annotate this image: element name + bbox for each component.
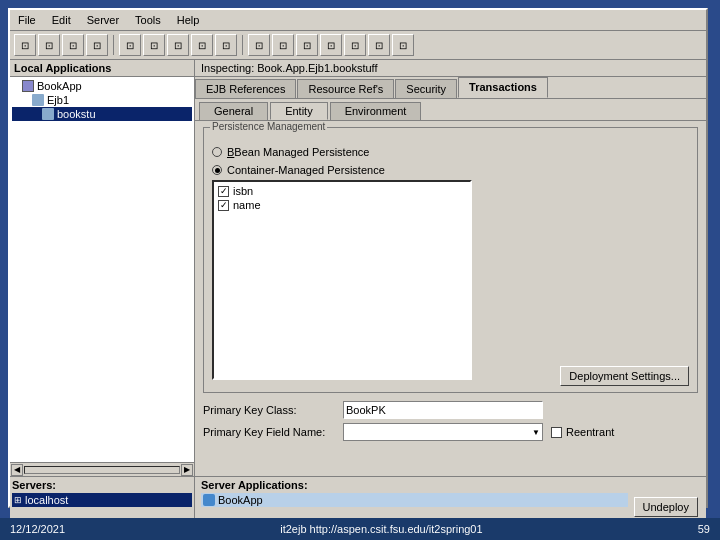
status-date: 12/12/2021 [10, 523, 65, 535]
bean-radio[interactable] [212, 147, 222, 157]
menu-bar: File Edit Server Tools Help [10, 10, 706, 31]
fields-box[interactable]: ✓ isbn ✓ name [212, 180, 472, 380]
tabs-row: EJB References Resource Ref's Security T… [195, 77, 706, 99]
toolbar-btn-15[interactable]: ⊡ [368, 34, 390, 56]
tree-area: BookApp Ejb1 bookstu [10, 77, 194, 462]
toolbar-btn-5[interactable]: ⊡ [119, 34, 141, 56]
left-panel: Local Applications BookApp Ejb1 bookstu … [10, 60, 195, 476]
reentrant-row[interactable]: Reentrant [551, 426, 614, 438]
tab-security[interactable]: Security [395, 79, 457, 98]
server-name: localhost [25, 494, 68, 506]
container-label: Container-Managed Persistence [227, 164, 385, 176]
tree-item-bookstu-label: bookstu [57, 108, 96, 120]
name-label: name [233, 199, 261, 211]
right-panel: Inspecting: Book.App.Ejb1.bookstuff EJB … [195, 60, 706, 476]
toolbar-btn-12[interactable]: ⊡ [296, 34, 318, 56]
isbn-label: isbn [233, 185, 253, 197]
content-area: Local Applications BookApp Ejb1 bookstu … [10, 60, 706, 476]
toolbar-btn-13[interactable]: ⊡ [320, 34, 342, 56]
tree-item-bookstu[interactable]: bookstu [12, 107, 192, 121]
toolbar-btn-2[interactable]: ⊡ [38, 34, 60, 56]
toolbar-btn-16[interactable]: ⊡ [392, 34, 414, 56]
pk-field-select[interactable]: ▼ [343, 423, 543, 441]
server-item-localhost[interactable]: ⊞ localhost [12, 493, 192, 507]
scrollbar-horizontal[interactable]: ◀ ▶ [10, 462, 194, 476]
servers-label: Servers: [12, 479, 192, 491]
select-arrow-icon: ▼ [532, 428, 540, 437]
field-isbn[interactable]: ✓ isbn [216, 184, 468, 198]
scroll-left-btn[interactable]: ◀ [11, 464, 23, 476]
bookstu-icon [42, 108, 54, 120]
primary-key-field-row: Primary Key Field Name: ▼ Reentrant [203, 423, 698, 441]
tree-item-ejb1[interactable]: Ejb1 [12, 93, 192, 107]
reentrant-label: Reentrant [566, 426, 614, 438]
toolbar: ⊡ ⊡ ⊡ ⊡ ⊡ ⊡ ⊡ ⊡ ⊡ ⊡ ⊡ ⊡ ⊡ ⊡ ⊡ ⊡ [10, 31, 706, 60]
sub-tab-environment[interactable]: Environment [330, 102, 422, 120]
toolbar-btn-6[interactable]: ⊡ [143, 34, 165, 56]
toolbar-btn-4[interactable]: ⊡ [86, 34, 108, 56]
persistence-group: Persistence Management BBean Managed Per… [203, 127, 698, 393]
menu-file[interactable]: File [14, 12, 40, 28]
toolbar-btn-14[interactable]: ⊡ [344, 34, 366, 56]
pk-class-input[interactable]: BookPK [343, 401, 543, 419]
main-window: File Edit Server Tools Help ⊡ ⊡ ⊡ ⊡ ⊡ ⊡ … [8, 8, 708, 508]
apps-label: Server Applications: [201, 479, 628, 491]
name-checkbox[interactable]: ✓ [218, 200, 229, 211]
toolbar-sep-2 [242, 35, 243, 55]
sub-tab-general[interactable]: General [199, 102, 268, 120]
menu-tools[interactable]: Tools [131, 12, 165, 28]
toolbar-btn-1[interactable]: ⊡ [14, 34, 36, 56]
tab-ejb-references[interactable]: EJB References [195, 79, 296, 98]
sub-tab-entity[interactable]: Entity [270, 102, 328, 120]
app-item-name: BookApp [218, 494, 263, 506]
toolbar-btn-10[interactable]: ⊡ [248, 34, 270, 56]
toolbar-btn-3[interactable]: ⊡ [62, 34, 84, 56]
field-name[interactable]: ✓ name [216, 198, 468, 212]
tree-item-bookapp[interactable]: BookApp [12, 79, 192, 93]
bookapp-icon [22, 80, 34, 92]
tab-resource-refs[interactable]: Resource Ref's [297, 79, 394, 98]
status-page: 59 [698, 523, 710, 535]
container-managed-row[interactable]: Container-Managed Persistence [212, 164, 689, 176]
scroll-right-btn[interactable]: ▶ [181, 464, 193, 476]
status-url: it2ejb http://aspen.csit.fsu.edu/it2spri… [280, 523, 482, 535]
deploy-settings-button[interactable]: Deployment Settings... [560, 366, 689, 386]
bean-managed-row[interactable]: BBean Managed Persistence [212, 146, 689, 158]
bean-label: BBean Managed Persistence [227, 146, 370, 158]
ejb1-icon [32, 94, 44, 106]
primary-key-class-row: Primary Key Class: BookPK [203, 401, 698, 419]
status-bar: 12/12/2021 it2ejb http://aspen.csit.fsu.… [0, 518, 720, 540]
tab-transactions[interactable]: Transactions [458, 77, 548, 98]
reentrant-checkbox[interactable] [551, 427, 562, 438]
sub-tabs-row: General Entity Environment [195, 99, 706, 121]
scroll-track[interactable] [24, 466, 180, 474]
pk-class-label: Primary Key Class: [203, 404, 343, 416]
toolbar-btn-11[interactable]: ⊡ [272, 34, 294, 56]
menu-edit[interactable]: Edit [48, 12, 75, 28]
tree-item-ejb1-label: Ejb1 [47, 94, 69, 106]
server-icon: ⊞ [14, 495, 22, 505]
toolbar-btn-8[interactable]: ⊡ [191, 34, 213, 56]
undeploy-button[interactable]: Undeploy [634, 497, 698, 517]
bookapp-app-icon [203, 494, 215, 506]
pk-field-label: Primary Key Field Name: [203, 426, 343, 438]
persistence-group-label: Persistence Management [210, 121, 327, 132]
toolbar-btn-9[interactable]: ⊡ [215, 34, 237, 56]
tree-item-bookapp-label: BookApp [37, 80, 82, 92]
toolbar-sep-1 [113, 35, 114, 55]
menu-help[interactable]: Help [173, 12, 204, 28]
local-apps-label: Local Applications [10, 60, 194, 77]
inspecting-bar: Inspecting: Book.App.Ejb1.bookstuff [195, 60, 706, 77]
isbn-checkbox[interactable]: ✓ [218, 186, 229, 197]
form-area: Persistence Management BBean Managed Per… [195, 121, 706, 476]
container-radio[interactable] [212, 165, 222, 175]
app-item-bookapp[interactable]: BookApp [201, 493, 628, 507]
menu-server[interactable]: Server [83, 12, 123, 28]
toolbar-btn-7[interactable]: ⊡ [167, 34, 189, 56]
